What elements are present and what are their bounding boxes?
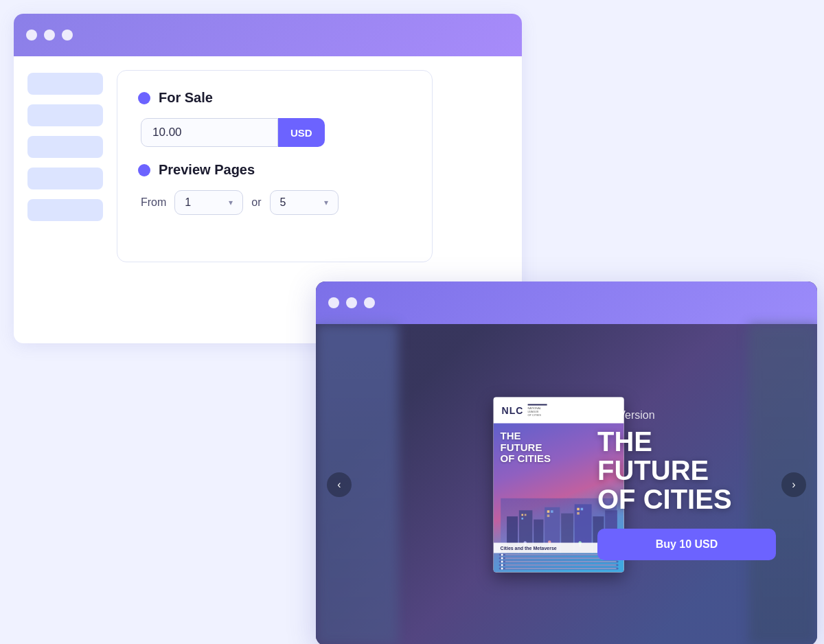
preview-pages-label: Preview Pages xyxy=(159,162,255,178)
svg-rect-16 xyxy=(581,508,584,511)
window-dot-3 xyxy=(62,30,73,41)
preview-pages-radio[interactable] xyxy=(138,164,150,176)
slide-content: NLC NATIONALLEAGUEOF CITIES THE FUTURE O… xyxy=(316,324,817,644)
currency-badge[interactable]: USD xyxy=(278,118,325,147)
settings-card: For Sale USD Preview Pages From 1 ▾ or 5 xyxy=(117,70,433,262)
sidebar-item xyxy=(27,73,103,95)
svg-rect-9 xyxy=(521,514,523,516)
price-input[interactable] xyxy=(141,118,278,147)
dropdown-from[interactable]: 1 ▾ xyxy=(174,190,243,215)
dropdown-to-value: 5 xyxy=(280,196,286,209)
dropdown-to[interactable]: 5 ▾ xyxy=(270,190,339,215)
price-row: USD xyxy=(141,118,411,147)
svg-rect-17 xyxy=(577,512,580,515)
sidebar-item xyxy=(27,168,103,189)
from-label: From xyxy=(141,196,166,209)
preview-pages-row: Preview Pages xyxy=(138,162,411,178)
nlc-logo-text: NLC xyxy=(502,405,524,416)
full-version-label: Full Version xyxy=(597,409,776,422)
svg-rect-11 xyxy=(521,518,523,520)
front-browser-window: NLC NATIONALLEAGUEOF CITIES THE FUTURE O… xyxy=(316,281,817,644)
slide-title: THE FUTURE OF CITIES xyxy=(597,427,776,514)
svg-rect-12 xyxy=(547,510,550,513)
svg-rect-14 xyxy=(547,515,550,518)
for-sale-row: For Sale xyxy=(138,90,411,106)
sidebar-item xyxy=(27,136,103,158)
from-row: From 1 ▾ or 5 ▾ xyxy=(141,190,411,215)
or-label: or xyxy=(251,196,261,209)
front-dot-1 xyxy=(328,297,339,308)
next-slide-button[interactable]: › xyxy=(781,472,806,497)
for-sale-radio[interactable] xyxy=(138,92,150,104)
sidebar-item xyxy=(27,199,103,221)
for-sale-label: For Sale xyxy=(159,90,213,106)
front-dot-2 xyxy=(346,297,357,308)
front-browser-titlebar xyxy=(316,281,817,324)
back-browser-titlebar xyxy=(14,14,522,56)
svg-rect-10 xyxy=(525,514,527,516)
slide-text-panel: Full Version THE FUTURE OF CITIES Buy 10… xyxy=(597,409,776,560)
chevron-down-icon: ▾ xyxy=(229,198,233,207)
window-dot-2 xyxy=(44,30,55,41)
window-dot-1 xyxy=(26,30,37,41)
chevron-down-icon-2: ▾ xyxy=(324,198,328,207)
dropdown-from-value: 1 xyxy=(185,196,191,209)
sidebar-item xyxy=(27,104,103,126)
svg-rect-15 xyxy=(577,508,580,511)
front-dot-3 xyxy=(364,297,375,308)
buy-button[interactable]: Buy 10 USD xyxy=(597,529,776,560)
sidebar xyxy=(27,70,103,262)
svg-rect-13 xyxy=(551,510,553,513)
prev-slide-button[interactable]: ‹ xyxy=(327,472,352,497)
back-browser-content: For Sale USD Preview Pages From 1 ▾ or 5 xyxy=(14,56,522,276)
